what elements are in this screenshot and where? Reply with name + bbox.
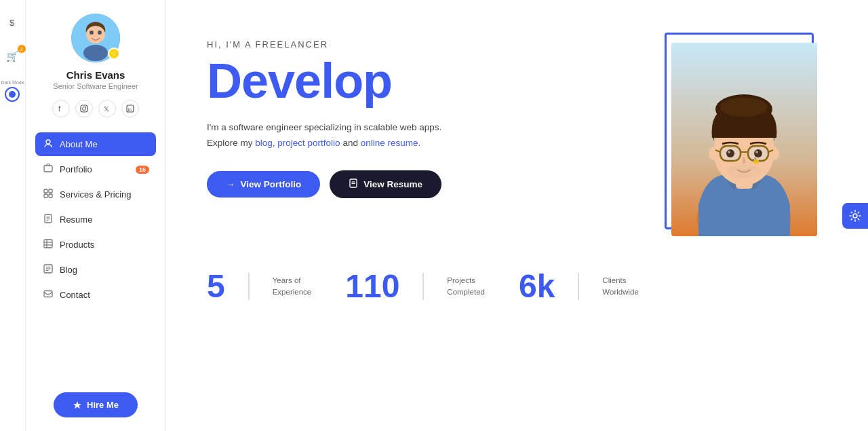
svg-point-4 xyxy=(90,31,94,35)
stat-clients: 6k Clients Worldwide xyxy=(519,270,639,303)
view-portfolio-button[interactable]: → View Portfolio xyxy=(207,171,320,198)
user-role: Senior Software Engineer xyxy=(53,82,138,90)
hero-image-box xyxy=(671,43,817,236)
stat-years-label: Years of Experience xyxy=(273,275,312,299)
hire-me-button[interactable]: Hire Me xyxy=(54,392,138,417)
stat-clients-label: Clients Worldwide xyxy=(602,275,638,299)
cart-badge: 2 xyxy=(18,45,26,53)
blog-icon xyxy=(43,264,53,276)
cart-icon[interactable]: 🛒 2 xyxy=(3,46,23,67)
dark-mode-toggle[interactable]: Dark Mode xyxy=(1,80,24,102)
settings-icon xyxy=(849,210,861,222)
svg-rect-15 xyxy=(44,189,47,193)
svg-point-52 xyxy=(754,149,762,157)
sidebar-item-portfolio-label: Portfolio xyxy=(60,164,92,174)
about-icon xyxy=(43,138,53,150)
contact-icon xyxy=(43,289,53,301)
stat-projects-label: Projects Completed xyxy=(447,275,485,299)
sidebar-item-blog[interactable]: Blog xyxy=(35,258,156,282)
services-icon xyxy=(43,189,53,200)
svg-point-8 xyxy=(83,107,86,111)
stat-projects-number: 110 xyxy=(345,270,399,303)
sidebar-item-contact[interactable]: Contact xyxy=(35,283,156,307)
stat-projects: 110 Projects Completed xyxy=(345,270,485,303)
hero-image xyxy=(658,33,827,243)
svg-rect-31 xyxy=(44,291,52,297)
sidebar-item-contact-label: Contact xyxy=(60,290,90,300)
sidebar-item-portfolio[interactable]: Portfolio 16 xyxy=(35,157,156,181)
stat-clients-number: 6k xyxy=(519,270,555,303)
svg-text:𝕏: 𝕏 xyxy=(104,105,109,113)
svg-point-57 xyxy=(853,214,857,218)
sidebar: 🌟 Chris Evans Senior Software Engineer f… xyxy=(26,0,166,431)
svg-point-3 xyxy=(83,45,108,61)
icon-bar: $ 🛒 2 Dark Mode xyxy=(0,0,26,431)
svg-rect-18 xyxy=(49,194,52,198)
svg-point-56 xyxy=(753,159,759,164)
facebook-icon[interactable]: f xyxy=(52,100,70,117)
sidebar-item-blog-label: Blog xyxy=(60,265,77,275)
stats-section: 5 Years of Experience 110 Projects Compl… xyxy=(207,270,827,303)
portfolio-link[interactable]: project portfolio xyxy=(277,138,340,148)
instagram-icon[interactable] xyxy=(75,100,93,117)
main-content: HI, I'M A FREELANCER Develop I'm a softw… xyxy=(166,0,868,431)
blog-link[interactable]: blog xyxy=(255,138,273,148)
stat-divider-3 xyxy=(578,273,579,300)
hire-icon xyxy=(73,400,82,410)
sidebar-item-products[interactable]: Products xyxy=(35,233,156,257)
hero-title: Develop xyxy=(207,56,631,105)
resume-btn-icon xyxy=(349,179,358,190)
svg-point-54 xyxy=(755,151,758,153)
stat-years-number: 5 xyxy=(207,270,225,303)
hero-description: I'm a software engineer specializing in … xyxy=(207,120,465,151)
sidebar-item-services-label: Services & Pricing xyxy=(60,189,131,200)
products-icon xyxy=(43,239,53,250)
svg-point-9 xyxy=(85,107,87,108)
stat-divider-1 xyxy=(248,273,250,300)
svg-point-5 xyxy=(98,31,102,35)
svg-rect-23 xyxy=(44,240,52,248)
svg-point-13 xyxy=(46,140,50,144)
svg-point-51 xyxy=(726,149,734,157)
hero-buttons: → View Portfolio View Resume xyxy=(207,170,631,198)
hero-subtitle: HI, I'M A FREELANCER xyxy=(207,39,631,50)
settings-button[interactable] xyxy=(842,203,868,229)
stat-divider-2 xyxy=(422,273,424,300)
dollar-icon[interactable]: $ xyxy=(3,12,23,33)
svg-rect-16 xyxy=(49,189,52,193)
resume-icon xyxy=(43,214,53,225)
sidebar-item-services[interactable]: Services & Pricing xyxy=(35,183,156,206)
svg-rect-7 xyxy=(81,105,87,112)
social-icons: f 𝕏 in xyxy=(52,100,139,117)
svg-point-53 xyxy=(728,151,730,153)
sidebar-item-about[interactable]: About Me xyxy=(35,132,156,156)
svg-point-45 xyxy=(768,147,779,160)
sidebar-item-about-label: About Me xyxy=(60,139,98,149)
nav-menu: About Me Portfolio 16 Services & xyxy=(26,132,165,307)
sidebar-item-products-label: Products xyxy=(60,240,94,250)
linkedin-icon[interactable]: in xyxy=(121,100,139,117)
stat-years: 5 Years of Experience xyxy=(207,270,311,303)
arrow-right-icon: → xyxy=(226,179,235,189)
svg-rect-17 xyxy=(44,194,47,198)
sidebar-item-resume-label: Resume xyxy=(60,214,92,225)
user-name: Chris Evans xyxy=(66,69,125,81)
sidebar-item-resume[interactable]: Resume xyxy=(35,208,156,231)
svg-text:$: $ xyxy=(9,18,15,28)
portfolio-icon xyxy=(43,164,53,175)
twitter-icon[interactable]: 𝕏 xyxy=(98,100,116,117)
avatar: 🌟 xyxy=(71,14,120,62)
svg-text:in: in xyxy=(128,107,132,112)
view-resume-button[interactable]: View Resume xyxy=(330,170,441,198)
portfolio-badge: 16 xyxy=(136,166,149,174)
svg-rect-14 xyxy=(44,166,52,172)
svg-point-44 xyxy=(709,147,719,160)
resume-link[interactable]: online resume xyxy=(361,138,418,148)
hero-section: HI, I'M A FREELANCER Develop I'm a softw… xyxy=(207,33,827,243)
hero-text: HI, I'M A FREELANCER Develop I'm a softw… xyxy=(207,33,631,198)
avatar-badge: 🌟 xyxy=(108,48,120,60)
svg-point-55 xyxy=(727,165,761,179)
svg-text:f: f xyxy=(58,105,60,113)
svg-point-43 xyxy=(720,98,768,117)
